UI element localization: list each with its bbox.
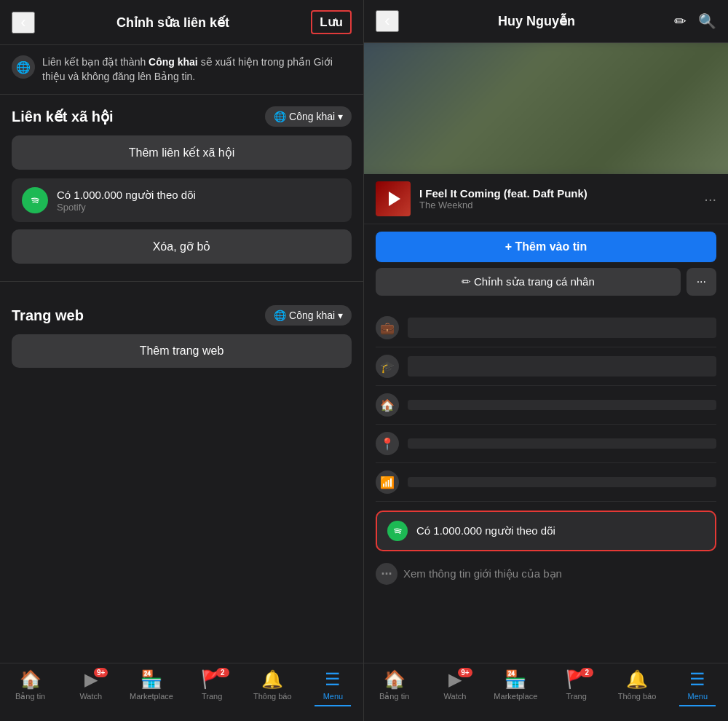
- nav-label-menu: Menu: [323, 692, 344, 701]
- music-title: I Feel It Coming (feat. Daft Punk): [419, 187, 695, 200]
- menu-icon-r: ☰: [689, 669, 705, 690]
- social-section-title: Liên kết xã hội: [12, 108, 114, 125]
- trang-badge: 2: [216, 668, 229, 677]
- nav-label-trang-r: Trang: [566, 692, 586, 701]
- nav-item-bangtin-r[interactable]: 🏠 Bảng tin: [364, 669, 424, 706]
- home-icon: 🏠: [20, 669, 41, 690]
- location-icon: 📍: [376, 432, 399, 455]
- left-header: ‹ Chỉnh sửa liên kết Lưu: [0, 0, 363, 45]
- nav-item-menu[interactable]: ☰ Menu: [303, 669, 363, 706]
- active-indicator-right: [679, 705, 716, 706]
- bottom-nav-left: 🏠 Bảng tin 9+ ▶ Watch 🏪 Marketplace 2 🚩 …: [0, 663, 363, 721]
- music-info: I Feel It Coming (feat. Daft Punk) The W…: [419, 187, 695, 210]
- info-item-education: 🎓: [376, 347, 716, 386]
- add-social-link-btn[interactable]: Thêm liên kết xã hội: [12, 135, 352, 170]
- briefcase-icon: 💼: [376, 316, 399, 339]
- nav-label-watch: Watch: [79, 692, 102, 701]
- nav-item-marketplace[interactable]: 🏪 Marketplace: [121, 669, 181, 706]
- info-item-location-text: [408, 438, 716, 449]
- profile-name: Huy Nguyễn: [498, 13, 575, 29]
- signal-icon: 📶: [376, 470, 399, 494]
- profile-cover-photo: [364, 43, 728, 174]
- search-icon-btn[interactable]: 🔍: [698, 12, 716, 30]
- spotify-item: Có 1.000.000 người theo dõi Spotify: [12, 178, 352, 222]
- right-panel: ‹ Huy Nguyễn ✏ 🔍 I Feel It Coming (feat.…: [364, 0, 728, 721]
- home-info-icon: 🏠: [376, 393, 399, 417]
- info-item-work-text: [408, 318, 716, 338]
- nav-label-menu-r: Menu: [688, 692, 708, 701]
- info-item-home: 🏠: [376, 386, 716, 425]
- nav-label-marketplace: Marketplace: [130, 692, 173, 701]
- spotify-platform-name: Spotify: [57, 202, 341, 213]
- nav-item-menu-r[interactable]: ☰ Menu: [668, 669, 728, 706]
- see-more-text: Xem thông tin giới thiệu của bạn: [403, 567, 562, 580]
- music-player-section: I Feel It Coming (feat. Daft Punk) The W…: [364, 174, 728, 224]
- nav-item-marketplace-r[interactable]: 🏪 Marketplace: [486, 669, 546, 706]
- web-section-header: Trang web 🌐 Công khai ▾: [12, 305, 352, 326]
- save-button[interactable]: Lưu: [311, 10, 352, 34]
- nav-item-thongbao-r[interactable]: 🔔 Thông báo: [606, 669, 667, 706]
- header-icons: ✏ 🔍: [674, 12, 716, 30]
- info-item-follow-text: [408, 477, 716, 487]
- marketplace-icon-r: 🏪: [505, 669, 526, 690]
- nav-item-thongbao[interactable]: 🔔 Thông báo: [242, 669, 303, 706]
- trang-badge-r: 2: [580, 668, 593, 677]
- web-visibility-btn[interactable]: 🌐 Công khai ▾: [265, 305, 352, 326]
- nav-label-marketplace-r: Marketplace: [494, 692, 537, 701]
- nav-item-trang[interactable]: 2 🚩 Trang: [182, 669, 242, 706]
- nav-label-bangtin: Bảng tin: [15, 692, 45, 701]
- home-icon-r: 🏠: [384, 669, 405, 690]
- left-panel: ‹ Chỉnh sửa liên kết Lưu 🌐 Liên kết bạn …: [0, 0, 364, 721]
- info-box: 🌐 Liên kết bạn đặt thành Công khai sẽ xu…: [0, 45, 363, 95]
- globe-icon: 🌐: [12, 55, 35, 79]
- info-item-edu-text: [408, 356, 716, 377]
- menu-icon: ☰: [325, 669, 341, 690]
- nav-label-thongbao: Thông báo: [253, 692, 292, 701]
- more-options-btn[interactable]: ···: [687, 268, 716, 296]
- back-button-left[interactable]: ‹: [12, 12, 35, 34]
- info-item-location: 📍: [376, 425, 716, 463]
- back-button-right[interactable]: ‹: [376, 10, 399, 32]
- spotify-highlight-icon: [387, 521, 408, 541]
- edit-row: ✏ Chỉnh sửa trang cá nhân ···: [376, 268, 716, 296]
- cover-blur-bg: [364, 43, 728, 174]
- left-title: Chỉnh sửa liên kết: [116, 15, 229, 31]
- music-more-btn[interactable]: ···: [704, 191, 716, 208]
- nav-item-watch-r[interactable]: 9+ ▶ Watch: [424, 669, 485, 706]
- info-item-follow: 📶: [376, 463, 716, 502]
- bell-icon: 🔔: [261, 669, 283, 690]
- social-visibility-btn[interactable]: 🌐 Công khai ▾: [265, 106, 352, 127]
- nav-item-bangtin[interactable]: 🏠 Bảng tin: [0, 669, 60, 706]
- right-content: I Feel It Coming (feat. Daft Punk) The W…: [364, 43, 728, 663]
- nav-label-bangtin-r: Bảng tin: [379, 692, 409, 701]
- watch-badge-r: 9+: [458, 668, 472, 677]
- see-more-dots-icon: ···: [376, 563, 397, 585]
- bell-icon-r: 🔔: [626, 669, 648, 690]
- nav-label-thongbao-r: Thông báo: [618, 692, 657, 701]
- section-divider: [0, 281, 363, 282]
- watch-badge: 9+: [94, 668, 108, 677]
- bottom-nav-right: 🏠 Bảng tin 9+ ▶ Watch 🏪 Marketplace 2 🚩 …: [364, 663, 728, 721]
- social-section-header: Liên kết xã hội 🌐 Công khai ▾: [12, 106, 352, 127]
- info-item-work: 💼: [376, 309, 716, 347]
- nav-label-trang: Trang: [202, 692, 222, 701]
- nav-item-watch[interactable]: 9+ ▶ Watch: [60, 669, 121, 706]
- spotify-followers-text: Có 1.000.000 người theo dõi: [57, 189, 341, 202]
- nav-item-trang-r[interactable]: 2 🚩 Trang: [546, 669, 606, 706]
- delete-link-btn[interactable]: Xóa, gỡ bỏ: [12, 229, 352, 264]
- active-indicator-left: [314, 705, 351, 706]
- edit-profile-icon-btn[interactable]: ✏: [674, 12, 687, 30]
- left-content: Liên kết xã hội 🌐 Công khai ▾ Thêm liên …: [0, 95, 363, 663]
- spotify-logo-icon: [22, 187, 48, 213]
- web-section: Trang web 🌐 Công khai ▾ Thêm trang web: [0, 293, 363, 382]
- right-header: ‹ Huy Nguyễn ✏ 🔍: [364, 0, 728, 43]
- info-items-list: 💼 🎓 🏠 📍 📶: [364, 303, 728, 508]
- add-story-btn[interactable]: + Thêm vào tin: [376, 232, 716, 262]
- spotify-info: Có 1.000.000 người theo dõi Spotify: [57, 189, 341, 213]
- add-web-link-btn[interactable]: Thêm trang web: [12, 334, 352, 368]
- music-artist: The Weeknd: [419, 200, 695, 210]
- see-more-intro-btn[interactable]: ··· Xem thông tin giới thiệu của bạn: [364, 554, 728, 594]
- social-section: Liên kết xã hội 🌐 Công khai ▾ Thêm liên …: [0, 95, 363, 281]
- edit-profile-btn[interactable]: ✏ Chỉnh sửa trang cá nhân: [376, 268, 681, 296]
- info-item-home-text: [408, 400, 716, 410]
